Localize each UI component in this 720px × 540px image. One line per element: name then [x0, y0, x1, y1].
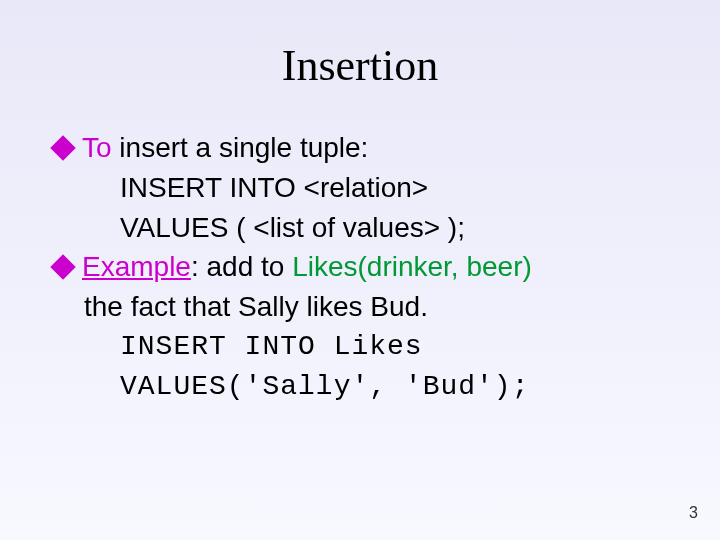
bullet-2-green: Likes(drinker, beer)	[292, 251, 532, 282]
bullet-1: To insert a single tuple:	[50, 129, 670, 167]
slide-title: Insertion	[50, 40, 670, 91]
diamond-bullet-icon	[50, 255, 75, 280]
code2-line2: VALUES('Sally', 'Bud');	[50, 368, 670, 406]
bullet-2-lead: Example	[82, 251, 191, 282]
bullet-2-rest1: : add to	[191, 251, 292, 282]
code1-line1: INSERT INTO <relation>	[50, 169, 670, 207]
bullet-1-lead: To	[82, 132, 112, 163]
bullet-1-text: To insert a single tuple:	[82, 129, 670, 167]
bullet-1-rest: insert a single tuple:	[112, 132, 369, 163]
bullet-2-continuation: the fact that Sally likes Bud.	[50, 288, 670, 326]
page-number: 3	[689, 504, 698, 522]
slide-body: To insert a single tuple: INSERT INTO <r…	[50, 129, 670, 406]
code2-line1: INSERT INTO Likes	[50, 328, 670, 366]
bullet-2: Example: add to Likes(drinker, beer)	[50, 248, 670, 286]
bullet-2-text: Example: add to Likes(drinker, beer)	[82, 248, 670, 286]
code1-line2: VALUES ( <list of values> );	[50, 209, 670, 247]
diamond-bullet-icon	[50, 135, 75, 160]
